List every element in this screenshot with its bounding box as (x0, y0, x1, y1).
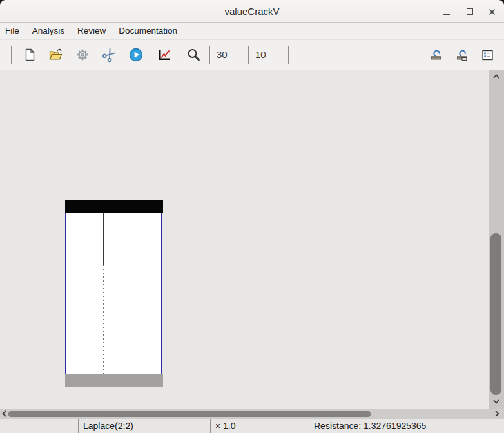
menu-file[interactable]: File (5, 24, 26, 38)
horizontal-scrollbar[interactable] (0, 409, 504, 419)
specimen-body (65, 213, 162, 374)
status-empty-cell (0, 419, 79, 433)
settings-gear-icon[interactable] (75, 47, 90, 63)
properties-list-icon[interactable] (481, 48, 494, 62)
toolbar-separator (209, 46, 210, 64)
param1-field[interactable]: 30 (217, 48, 244, 61)
horizontal-scroll-thumb[interactable] (8, 411, 371, 417)
run-play-icon[interactable] (128, 47, 144, 63)
crack-path-dotted (103, 265, 104, 374)
window-title: valueCrackV (0, 6, 504, 17)
toolbar-separator (288, 46, 289, 64)
export-disk-alt-icon[interactable] (455, 48, 469, 62)
vertical-scrollbar[interactable] (489, 70, 504, 409)
drawing-canvas[interactable] (0, 70, 489, 409)
zoom-search-icon[interactable] (186, 47, 201, 63)
status-laplace: Laplace(2:2) (79, 419, 211, 433)
menubar: File Analysis Review Documentation (0, 23, 504, 40)
plot-chart-icon[interactable] (157, 47, 172, 63)
scroll-right-icon[interactable] (492, 409, 502, 419)
cut-scissors-icon[interactable] (99, 44, 121, 66)
app-window: valueCrackV File Analysis Review Documen… (0, 0, 504, 433)
scroll-down-icon[interactable] (491, 396, 501, 407)
toolbar-separator (11, 46, 12, 64)
vertical-scroll-thumb[interactable] (490, 233, 501, 395)
new-document-icon[interactable] (22, 47, 37, 63)
menu-review[interactable]: Review (71, 24, 112, 38)
maximize-icon (467, 8, 473, 15)
export-disk-icon[interactable] (429, 48, 443, 62)
minimize-icon (443, 14, 450, 15)
maximize-button[interactable] (463, 5, 476, 18)
param2-field[interactable]: 10 (255, 48, 282, 61)
status-scale: × 1.0 (211, 419, 309, 433)
status-resistance: Resistance: 1.32761925365 (309, 419, 504, 433)
close-button[interactable] (485, 5, 498, 18)
close-icon (489, 8, 496, 15)
menu-analysis[interactable]: Analysis (26, 24, 71, 38)
minimize-button[interactable] (440, 5, 452, 18)
statusbar: Laplace(2:2) × 1.0 Resistance: 1.3276192… (0, 419, 504, 433)
menu-documentation[interactable]: Documentation (112, 24, 184, 38)
open-file-icon[interactable] (48, 47, 63, 63)
toolbar-separator (248, 46, 249, 64)
crack-line (103, 213, 104, 265)
titlebar: valueCrackV (0, 0, 504, 23)
specimen-bottom-bar (65, 374, 163, 387)
scroll-up-icon[interactable] (491, 72, 501, 82)
toolbar: 30 10 (0, 40, 504, 70)
specimen-top-bar (65, 200, 163, 213)
